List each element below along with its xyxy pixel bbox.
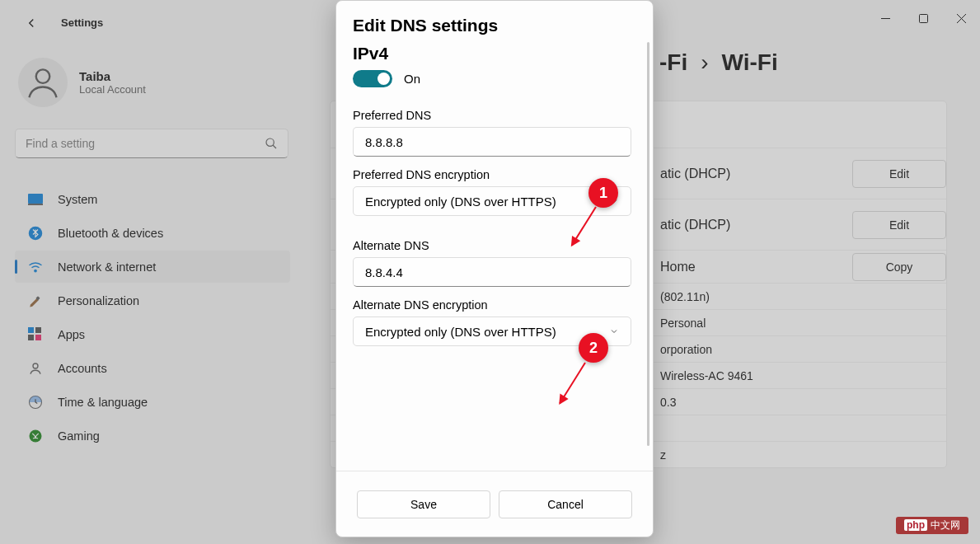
toggle-knob xyxy=(377,73,390,85)
preferred-dns-input[interactable] xyxy=(353,127,631,157)
toggle-state-label: On xyxy=(404,72,420,86)
select-value: Encrypted only (DNS over HTTPS) xyxy=(365,325,556,339)
field-label: Alternate DNS xyxy=(353,239,625,252)
alternate-dns-input[interactable] xyxy=(353,257,631,287)
field-label: Preferred DNS xyxy=(353,109,625,122)
alternate-dns-group: Alternate DNS xyxy=(353,239,625,287)
dialog-footer: Save Cancel xyxy=(336,471,653,537)
field-label: Alternate DNS encryption xyxy=(353,298,625,312)
scrollbar[interactable] xyxy=(647,42,649,446)
select-value: Encrypted only (DNS over HTTPS) xyxy=(365,195,556,209)
toggle-row: On xyxy=(353,70,625,87)
annotation-badge-2: 2 xyxy=(579,333,608,363)
dialog-subtitle: IPv4 xyxy=(353,44,625,63)
ipv4-toggle[interactable] xyxy=(353,70,392,87)
dns-settings-dialog: Edit DNS settings IPv4 On Preferred DNS … xyxy=(335,0,654,537)
preferred-dns-group: Preferred DNS xyxy=(353,109,625,157)
annotation-badge-1: 1 xyxy=(588,178,618,208)
watermark: phpphp中文网中文网 xyxy=(896,517,968,534)
field-label: Preferred DNS encryption xyxy=(353,168,625,181)
dialog-body: Edit DNS settings IPv4 On Preferred DNS … xyxy=(336,1,653,471)
cancel-button[interactable]: Cancel xyxy=(499,490,632,518)
save-button[interactable]: Save xyxy=(357,490,490,518)
chevron-down-icon xyxy=(609,326,619,336)
dialog-title: Edit DNS settings xyxy=(353,16,625,35)
